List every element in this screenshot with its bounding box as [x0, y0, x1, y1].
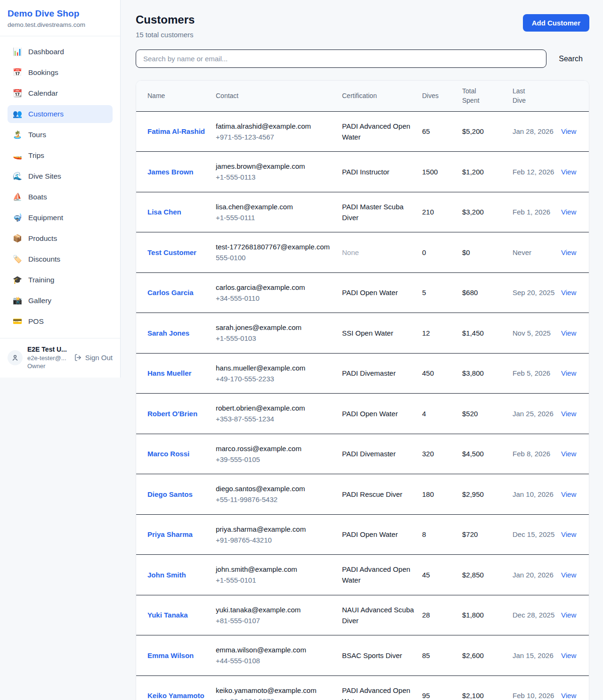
- view-link[interactable]: View: [561, 651, 576, 659]
- table-row: Priya Sharma priya.sharma@example.com +9…: [136, 514, 589, 555]
- search-button[interactable]: Search: [552, 51, 589, 67]
- customer-certification: PADI Open Water: [342, 520, 422, 549]
- column-header-total-spent: Total Spent: [462, 81, 513, 111]
- sidebar-item-dive-sites[interactable]: 🌊 Dive Sites: [8, 167, 113, 185]
- customer-certification: NAUI Advanced Scuba Diver: [342, 595, 422, 635]
- customer-phone: +1-555-0101: [216, 575, 336, 585]
- view-link[interactable]: View: [561, 208, 576, 216]
- customer-dives: 85: [422, 641, 462, 670]
- shop-header: Demo Dive Shop demo.test.divestreams.com: [0, 0, 120, 36]
- sidebar-item-discounts[interactable]: 🏷️ Discounts: [8, 250, 113, 268]
- sidebar-item-dashboard[interactable]: 📊 Dashboard: [8, 43, 113, 61]
- table-body: Fatima Al-Rashid fatima.alrashid@example…: [136, 112, 589, 700]
- tag-icon: 🏷️: [13, 255, 22, 263]
- customer-name-link[interactable]: Keiko Yamamoto: [147, 692, 204, 700]
- view-link[interactable]: View: [561, 490, 576, 498]
- customer-email: carlos.garcia@example.com: [216, 282, 336, 293]
- sidebar-item-label: Customers: [28, 110, 64, 118]
- customer-total-spent: $3,800: [462, 359, 513, 387]
- add-customer-button[interactable]: Add Customer: [523, 14, 589, 32]
- sidebar-item-calendar[interactable]: 📆 Calendar: [8, 84, 113, 102]
- column-header-contact: Contact: [216, 81, 342, 110]
- sidebar-item-boats[interactable]: ⛵ Boats: [8, 188, 113, 206]
- view-link[interactable]: View: [561, 329, 576, 337]
- main-content: Customers 15 total customers Add Custome…: [121, 0, 603, 700]
- view-link[interactable]: View: [561, 288, 576, 296]
- diving-mask-icon: 🤿: [13, 214, 22, 222]
- customer-dives: 320: [422, 439, 462, 468]
- customer-name-link[interactable]: Emma Wilson: [147, 651, 194, 659]
- customer-count: 15 total customers: [136, 31, 195, 39]
- view-link[interactable]: View: [561, 692, 576, 700]
- customer-name-link[interactable]: Yuki Tanaka: [147, 611, 188, 619]
- customer-name-link[interactable]: Hans Mueller: [147, 369, 191, 377]
- view-link[interactable]: View: [561, 410, 576, 418]
- table-row: Keiko Yamamoto keiko.yamamoto@example.co…: [136, 675, 589, 700]
- sidebar-item-equipment[interactable]: 🤿 Equipment: [8, 209, 113, 227]
- shop-domain: demo.test.divestreams.com: [8, 21, 113, 28]
- speedboat-icon: 🚤: [13, 152, 22, 159]
- view-link[interactable]: View: [561, 530, 576, 538]
- customer-email: sarah.jones@example.com: [216, 322, 336, 333]
- view-link[interactable]: View: [561, 127, 576, 135]
- customer-certification: PADI Instructor: [342, 157, 422, 186]
- customer-name-link[interactable]: James Brown: [147, 168, 194, 176]
- sign-out-button[interactable]: Sign Out: [74, 354, 113, 362]
- customer-name-link[interactable]: John Smith: [147, 571, 186, 579]
- customer-dives: 45: [422, 560, 462, 589]
- customer-last-dive: Jan 28, 2026: [513, 117, 561, 146]
- customer-name-link[interactable]: Test Customer: [147, 248, 196, 256]
- customer-certification: PADI Advanced Open Water: [342, 555, 422, 595]
- sidebar-item-bookings[interactable]: 📅 Bookings: [8, 64, 113, 82]
- customer-dives: 450: [422, 359, 462, 387]
- customer-name-link[interactable]: Diego Santos: [147, 490, 193, 498]
- view-link[interactable]: View: [561, 248, 576, 256]
- package-icon: 📦: [13, 235, 22, 242]
- customer-email: keiko.yamamoto@example.com: [216, 685, 336, 696]
- customer-certification: PADI Master Scuba Diver: [342, 192, 422, 232]
- customer-name-link[interactable]: Fatima Al-Rashid: [147, 127, 205, 135]
- sidebar-item-trips[interactable]: 🚤 Trips: [8, 147, 113, 165]
- page-header: Customers 15 total customers Add Custome…: [136, 13, 589, 39]
- sidebar-item-pos[interactable]: 💳 POS: [8, 313, 113, 330]
- column-header-name: Name: [147, 81, 216, 110]
- sidebar-item-training[interactable]: 🎓 Training: [8, 271, 113, 289]
- sidebar-item-label: Calendar: [28, 89, 58, 98]
- customer-last-dive: Feb 1, 2026: [513, 198, 561, 226]
- view-link[interactable]: View: [561, 168, 576, 176]
- customer-last-dive: Feb 5, 2026: [513, 359, 561, 387]
- person-icon: [11, 354, 19, 362]
- view-link[interactable]: View: [561, 611, 576, 619]
- customer-name-link[interactable]: Marco Rossi: [147, 450, 189, 458]
- column-header-dives: Dives: [422, 81, 462, 110]
- view-link[interactable]: View: [561, 571, 576, 579]
- sidebar-item-products[interactable]: 📦 Products: [8, 230, 113, 247]
- table-row: John Smith john.smith@example.com +1-555…: [136, 554, 589, 595]
- customer-total-spent: $0: [462, 238, 513, 267]
- customer-total-spent: $4,500: [462, 439, 513, 468]
- customer-phone: +91-98765-43210: [216, 535, 336, 545]
- customer-name-link[interactable]: Carlos Garcia: [147, 288, 194, 296]
- customer-last-dive: Dec 28, 2025: [513, 601, 561, 629]
- customer-total-spent: $2,100: [462, 681, 513, 700]
- graduation-cap-icon: 🎓: [13, 276, 22, 284]
- customer-last-dive: Nov 5, 2025: [513, 319, 561, 347]
- sidebar-item-customers[interactable]: 👥 Customers: [8, 105, 113, 123]
- customer-dives: 4: [422, 399, 462, 428]
- customer-name-link[interactable]: Robert O'Brien: [147, 410, 197, 418]
- sidebar-item-gallery[interactable]: 📸 Gallery: [8, 292, 113, 310]
- search-input[interactable]: [136, 49, 546, 68]
- customer-name-link[interactable]: Priya Sharma: [147, 530, 193, 538]
- avatar: [8, 350, 23, 365]
- customer-last-dive: Jan 20, 2026: [513, 560, 561, 589]
- view-link[interactable]: View: [561, 450, 576, 458]
- search-bar: Search: [136, 49, 589, 68]
- table-row: Yuki Tanaka yuki.tanaka@example.com +81-…: [136, 595, 589, 635]
- customer-phone: +971-55-123-4567: [216, 132, 336, 142]
- view-link[interactable]: View: [561, 369, 576, 377]
- customer-certification: None: [342, 238, 422, 267]
- sidebar-item-tours[interactable]: 🏝️ Tours: [8, 126, 113, 144]
- wave-icon: 🌊: [13, 173, 22, 180]
- customer-name-link[interactable]: Sarah Jones: [147, 329, 189, 337]
- customer-name-link[interactable]: Lisa Chen: [147, 208, 181, 216]
